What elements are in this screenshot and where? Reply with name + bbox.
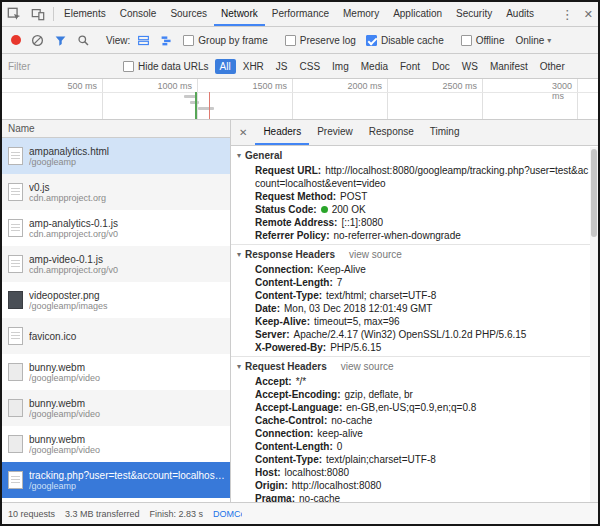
close-devtools-icon[interactable]: ✕ <box>579 2 598 26</box>
record-icon <box>11 35 21 45</box>
gridline <box>387 79 388 119</box>
tick-label: 3000 ms <box>552 81 575 101</box>
request-headers-section: ▾Request Headersview source Accept:*/* A… <box>231 356 590 502</box>
tabbar-spacer <box>541 2 556 26</box>
waterfall-bar <box>198 107 214 110</box>
filter-funnel-icon <box>54 34 67 47</box>
group-by-frame-checkbox[interactable]: Group by frame <box>183 35 267 46</box>
hide-data-urls-checkbox[interactable]: Hide data URLs <box>123 61 209 72</box>
filter-type-other[interactable]: Other <box>535 59 570 74</box>
tab-timing[interactable]: Timing <box>422 120 468 145</box>
throttling-select[interactable]: Online▾ <box>515 35 551 46</box>
overview-toggle[interactable] <box>155 34 178 47</box>
request-row-amp-video[interactable]: amp-video-0.1.jscdn.ampproject.org/v0 <box>2 246 230 282</box>
details-tabbar: ✕ Headers Preview Response Timing <box>231 120 598 146</box>
request-row-amp-analytics[interactable]: amp-analytics-0.1.jscdn.ampproject.org/v… <box>2 210 230 246</box>
gridline <box>577 79 578 119</box>
disable-cache-checkbox[interactable]: Disable cache <box>366 35 444 46</box>
view-source-link[interactable]: view source <box>341 359 394 375</box>
more-options-icon[interactable]: ⋮ <box>556 2 579 26</box>
filter-input[interactable] <box>8 61 118 72</box>
filter-type-js[interactable]: JS <box>271 59 293 74</box>
filter-type-img[interactable]: Img <box>327 59 354 74</box>
request-row-videoposter[interactable]: videoposter.png/googleamp/images <box>2 282 230 318</box>
tab-console[interactable]: Console <box>113 2 164 26</box>
request-row-bunny-2[interactable]: bunny.webm/googleamp/video <box>2 390 230 426</box>
gridline <box>197 79 198 119</box>
request-row-tracking-selected[interactable]: tracking.php?user=test&account=localhost… <box>2 462 230 498</box>
request-row-favicon[interactable]: favicon.ico <box>2 318 230 354</box>
header-line: Accept-Language:en-GB,en-US;q=0.9,en;q=0… <box>231 401 590 414</box>
request-row-bunny-1[interactable]: bunny.webm/googleamp/video <box>2 354 230 390</box>
tab-application[interactable]: Application <box>386 2 449 26</box>
preserve-log-checkbox[interactable]: Preserve log <box>285 35 356 46</box>
finish-time: Finish: 2.83 s <box>150 509 204 519</box>
requests-count: 10 requests <box>8 509 55 519</box>
transferred-size: 3.3 MB transferred <box>65 509 140 519</box>
tab-memory[interactable]: Memory <box>336 2 386 26</box>
details-scrollbar[interactable] <box>590 147 598 502</box>
scrollbar-thumb[interactable] <box>591 149 597 237</box>
tab-preview[interactable]: Preview <box>309 120 361 145</box>
headers-content: ▾General Request URL:http://localhost:80… <box>231 146 598 502</box>
checkbox-checked-box <box>366 35 377 46</box>
request-row-v0js[interactable]: v0.jscdn.ampproject.org <box>2 174 230 210</box>
requests-list: ampanalytics.html/googleamp v0.jscdn.amp… <box>2 138 230 502</box>
request-headers-title[interactable]: ▾Request Headersview source <box>231 359 590 375</box>
device-toolbar-icon[interactable] <box>26 2 50 26</box>
checkbox-box <box>461 35 472 46</box>
header-line: Accept-Encoding:gzip, deflate, br <box>231 388 590 401</box>
tab-elements[interactable]: Elements <box>57 2 113 26</box>
general-section: ▾General Request URL:http://localhost:80… <box>231 146 590 244</box>
header-line: Origin:http://localhost:8080 <box>231 479 590 492</box>
throttling-value: Online <box>515 35 544 46</box>
network-toolbar: View: Group by frame Preserve log Disabl… <box>2 27 598 54</box>
filter-type-all[interactable]: All <box>215 59 236 74</box>
script-icon <box>8 255 23 273</box>
status-ok-icon <box>321 206 328 213</box>
inspect-element-glyph <box>7 7 21 21</box>
request-row-ampanalytics[interactable]: ampanalytics.html/googleamp <box>2 138 230 174</box>
response-headers-section: ▾Response Headersview source Connection:… <box>231 244 590 356</box>
filter-type-ws[interactable]: WS <box>457 59 483 74</box>
filter-type-font[interactable]: Font <box>395 59 425 74</box>
domcontentloaded-line <box>195 92 197 119</box>
close-details-icon[interactable]: ✕ <box>231 120 255 145</box>
header-line-referrer-policy: Referrer Policy:no-referrer-when-downgra… <box>231 229 590 242</box>
main-tabbar: Elements Console Sources Network Perform… <box>2 2 598 27</box>
timeline-overview[interactable]: 500 ms 1000 ms 1500 ms 2000 ms 2500 ms 3… <box>2 79 598 120</box>
clear-button[interactable] <box>26 34 49 47</box>
header-line: Connection:keep-alive <box>231 427 590 440</box>
offline-checkbox[interactable]: Offline <box>461 35 505 46</box>
tab-sources[interactable]: Sources <box>163 2 214 26</box>
domcontentloaded-time: DOMCo... <box>213 509 242 519</box>
header-line: Accept:*/* <box>231 375 590 388</box>
filter-type-doc[interactable]: Doc <box>427 59 455 74</box>
filter-toggle-button[interactable] <box>49 34 72 47</box>
view-source-link[interactable]: view source <box>349 247 402 263</box>
general-section-title[interactable]: ▾General <box>231 148 590 164</box>
header-line: Content-Length:0 <box>231 440 590 453</box>
column-header-name[interactable]: Name <box>2 120 230 138</box>
filter-type-xhr[interactable]: XHR <box>238 59 269 74</box>
tab-response[interactable]: Response <box>361 120 422 145</box>
device-toolbar-glyph <box>31 7 45 21</box>
requests-panel: Name ampanalytics.html/googleamp v0.jscd… <box>2 120 231 502</box>
response-headers-title[interactable]: ▾Response Headersview source <box>231 247 590 263</box>
large-rows-toggle[interactable] <box>132 34 155 47</box>
inspect-element-icon[interactable] <box>2 2 26 26</box>
filter-type-manifest[interactable]: Manifest <box>485 59 533 74</box>
filter-type-css[interactable]: CSS <box>295 59 326 74</box>
tab-security[interactable]: Security <box>449 2 499 26</box>
tab-headers[interactable]: Headers <box>255 120 309 145</box>
request-row-bunny-3[interactable]: bunny.webm/googleamp/video <box>2 426 230 462</box>
tab-performance[interactable]: Performance <box>265 2 336 26</box>
record-button[interactable] <box>6 35 26 45</box>
header-line: Server:Apache/2.4.17 (Win32) OpenSSL/1.0… <box>231 328 590 341</box>
media-icon <box>8 435 23 453</box>
filter-type-media[interactable]: Media <box>356 59 393 74</box>
tab-network[interactable]: Network <box>214 2 265 26</box>
search-button[interactable] <box>72 34 95 47</box>
document-icon <box>8 471 23 489</box>
tab-audits[interactable]: Audits <box>499 2 541 26</box>
